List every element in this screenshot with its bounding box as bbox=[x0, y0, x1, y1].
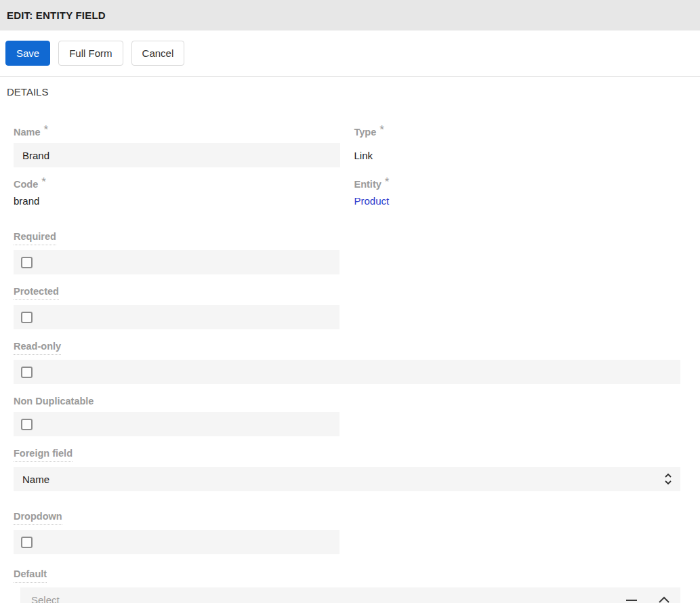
protected-label: Protected bbox=[14, 285, 680, 300]
code-label: Code* bbox=[14, 178, 340, 190]
type-value: Link bbox=[354, 143, 681, 167]
non-duplicatable-checkbox-cell bbox=[14, 412, 339, 436]
entity-label: Entity* bbox=[354, 178, 681, 190]
default-placeholder: Select bbox=[31, 594, 60, 603]
required-marker: * bbox=[379, 123, 384, 136]
read-only-checkbox-cell bbox=[14, 360, 680, 384]
details-panel-title: DETAILS bbox=[7, 86, 693, 98]
field-non-duplicatable: Non Duplicatable bbox=[14, 395, 680, 436]
field-default: Default Select bbox=[14, 568, 680, 603]
toolbar: Save Full Form Cancel bbox=[0, 30, 700, 76]
name-label: Name* bbox=[14, 126, 340, 138]
dropdown-label: Dropdown bbox=[14, 510, 680, 525]
field-required: Required bbox=[14, 230, 680, 274]
field-dropdown: Dropdown bbox=[14, 510, 680, 554]
edit-form: Name* Type* Link Code* brand Entity* Pro… bbox=[0, 98, 700, 603]
select-chevron-icon bbox=[664, 472, 672, 488]
dropdown-checkbox-cell bbox=[14, 530, 339, 554]
dropdown-checkbox[interactable] bbox=[21, 537, 33, 548]
full-form-button[interactable]: Full Form bbox=[58, 41, 123, 66]
caret-up-icon[interactable] bbox=[657, 594, 671, 603]
code-value: brand bbox=[14, 195, 340, 215]
required-marker: * bbox=[385, 175, 390, 188]
protected-checkbox[interactable] bbox=[21, 312, 33, 323]
page-header: EDIT: ENTITY FIELD bbox=[0, 0, 700, 30]
page-title: EDIT: ENTITY FIELD bbox=[7, 9, 106, 21]
entity-link[interactable]: Product bbox=[354, 195, 390, 207]
required-marker: * bbox=[44, 123, 49, 136]
field-read-only: Read-only bbox=[14, 340, 680, 384]
non-duplicatable-label: Non Duplicatable bbox=[14, 395, 680, 407]
remove-icon[interactable] bbox=[625, 594, 638, 603]
field-entity: Entity* Product bbox=[354, 178, 681, 215]
name-input[interactable] bbox=[14, 143, 340, 167]
foreign-field-value: Name bbox=[22, 474, 49, 485]
default-label: Default bbox=[14, 568, 680, 583]
read-only-label: Read-only bbox=[14, 340, 680, 355]
protected-checkbox-cell bbox=[14, 305, 339, 329]
required-marker: * bbox=[41, 175, 46, 188]
field-name: Name* bbox=[14, 126, 340, 167]
foreign-field-label: Foreign field bbox=[14, 447, 680, 462]
save-button[interactable]: Save bbox=[5, 41, 50, 66]
field-type: Type* Link bbox=[354, 126, 681, 167]
field-code: Code* brand bbox=[14, 178, 340, 215]
required-label: Required bbox=[14, 230, 680, 245]
field-protected: Protected bbox=[14, 285, 680, 329]
non-duplicatable-checkbox[interactable] bbox=[21, 419, 33, 430]
required-checkbox[interactable] bbox=[21, 257, 33, 268]
read-only-checkbox[interactable] bbox=[21, 367, 33, 378]
field-foreign-field: Foreign field Name bbox=[14, 447, 680, 491]
type-label: Type* bbox=[354, 126, 681, 138]
required-checkbox-cell bbox=[14, 250, 339, 274]
default-select-field[interactable]: Select bbox=[20, 587, 680, 603]
foreign-field-select[interactable]: Name bbox=[14, 467, 680, 491]
cancel-button[interactable]: Cancel bbox=[131, 41, 185, 66]
toolbar-divider bbox=[0, 76, 700, 77]
